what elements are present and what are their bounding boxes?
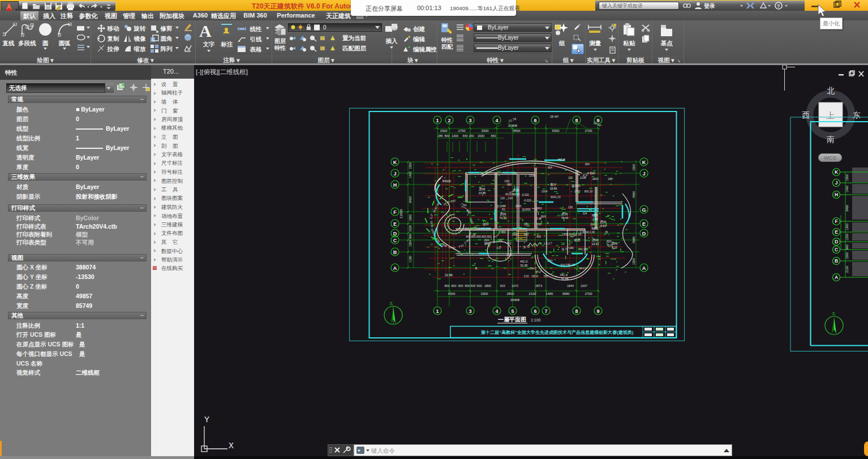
- svg-text:800,800,900,800,900: 800,800,900,800,900: [465, 228, 491, 230]
- svg-text:房间: 房间: [592, 238, 599, 242]
- svg-text:9.63: 9.63: [600, 224, 606, 228]
- svg-text:D: D: [835, 239, 838, 244]
- svg-text:1500: 1500: [845, 174, 849, 181]
- svg-text:640: 640: [462, 134, 467, 138]
- svg-text:854: 854: [585, 163, 590, 166]
- svg-text:C: C: [835, 247, 838, 252]
- svg-text:2800: 2800: [515, 205, 522, 208]
- svg-text:B: B: [475, 267, 478, 270]
- svg-text:-4.500: -4.500: [586, 171, 595, 175]
- svg-text:H: H: [393, 182, 397, 188]
- svg-text:房间: 房间: [500, 212, 506, 216]
- svg-text:1500: 1500: [440, 129, 448, 132]
- svg-text:5: 5: [511, 308, 514, 314]
- svg-text:Y: Y: [204, 415, 209, 425]
- svg-text:51.65: 51.65: [521, 264, 528, 267]
- svg-text:280: 280: [569, 247, 574, 250]
- svg-text:13500: 13500: [399, 209, 403, 218]
- svg-text:120: 120: [508, 197, 513, 200]
- svg-text:3460: 3460: [845, 205, 849, 212]
- svg-text:13.45: 13.45: [430, 221, 433, 228]
- svg-text:1950: 1950: [409, 215, 412, 221]
- svg-text:3400: 3400: [409, 196, 412, 203]
- svg-text:4: 4: [495, 308, 498, 314]
- svg-text:854: 854: [548, 166, 552, 169]
- svg-text:150: 150: [469, 134, 474, 138]
- svg-text:900: 900: [458, 284, 463, 288]
- svg-text:11.2°: 11.2°: [429, 213, 433, 220]
- svg-text:18.80: 18.80: [550, 187, 557, 190]
- svg-text:E: E: [642, 221, 646, 227]
- svg-text:灯1800: 灯1800: [497, 205, 506, 208]
- svg-text:900: 900: [845, 244, 849, 250]
- svg-text:HC-6: HC-6: [558, 158, 565, 161]
- svg-text:2: 2: [448, 118, 450, 123]
- svg-text:8: 8: [575, 118, 578, 123]
- svg-text:980: 980: [507, 183, 512, 186]
- svg-text:队梯: 队梯: [536, 217, 542, 220]
- svg-text:A: A: [547, 222, 549, 225]
- svg-text:J: J: [642, 171, 645, 177]
- svg-text:3: 3: [469, 118, 471, 123]
- svg-text:北: 北: [389, 301, 393, 306]
- svg-text:7: 7: [544, 308, 547, 314]
- svg-text:1300: 1300: [845, 224, 849, 230]
- svg-text:登录: 登录: [703, 3, 715, 9]
- svg-text:1480: 1480: [546, 292, 553, 295]
- svg-text:1554: 1554: [409, 240, 412, 247]
- svg-text:800: 800: [465, 284, 470, 288]
- svg-text:北: 北: [832, 311, 835, 316]
- svg-text:1072: 1072: [512, 284, 518, 288]
- svg-text:13S: 13S: [568, 206, 573, 209]
- svg-text:2800: 2800: [536, 207, 542, 210]
- svg-text:K: K: [642, 160, 646, 165]
- svg-text:1400: 1400: [845, 186, 849, 192]
- svg-text:900,800,900,800,900: 900,800,900,800,900: [466, 235, 492, 238]
- svg-text:房间: 房间: [600, 220, 607, 224]
- svg-text:A: A: [393, 265, 397, 271]
- svg-text:Hʦ-2: Hʦ-2: [530, 267, 536, 270]
- svg-text:11.78: 11.78: [508, 117, 517, 123]
- svg-text:22.85: 22.85: [445, 273, 453, 277]
- svg-text:厨房: 厨房: [574, 238, 581, 242]
- svg-text:1844: 1844: [567, 284, 574, 288]
- svg-text:淒,72: 淒,72: [561, 248, 568, 251]
- svg-text:C: C: [393, 238, 397, 243]
- svg-text:12.04°: 12.04°: [593, 121, 603, 127]
- svg-text:20408: 20408: [510, 298, 519, 302]
- svg-text:1190: 1190: [409, 256, 412, 263]
- svg-text:120: 120: [500, 197, 505, 200]
- svg-text:4900: 4900: [513, 129, 521, 132]
- svg-text:F: F: [393, 209, 397, 215]
- svg-text:1200: 1200: [845, 234, 849, 241]
- svg-text:45.8°: 45.8°: [495, 238, 501, 243]
- svg-text:面积7C: 面积7C: [560, 263, 569, 267]
- svg-text:1500: 1500: [409, 162, 412, 169]
- svg-text:180: 180: [608, 178, 612, 181]
- svg-text:-0.020: -0.020: [523, 199, 531, 202]
- svg-text:面积: 面积: [547, 259, 553, 262]
- svg-text:45.8°: 45.8°: [568, 240, 574, 246]
- svg-text:D: D: [393, 231, 397, 237]
- svg-text:第十二届“高教杯”全国大学生先进成图技术与产品信息建模创新大: 第十二届“高教杯”全国大学生先进成图技术与产品信息建模创新大赛(建筑类): [480, 329, 634, 335]
- svg-text:45.8°: 45.8°: [530, 254, 537, 259]
- svg-text:1200: 1200: [580, 177, 586, 179]
- svg-text:厨房: 厨房: [506, 253, 512, 256]
- svg-text:45.8°: 45.8°: [605, 242, 611, 249]
- svg-text:286: 286: [437, 134, 442, 138]
- svg-text:8001,20: 8001,20: [551, 196, 561, 199]
- svg-text:6: 6: [534, 118, 536, 123]
- svg-text:2800: 2800: [507, 292, 514, 295]
- svg-text:北: 北: [827, 86, 835, 95]
- svg-text:800: 800: [444, 284, 449, 288]
- svg-text:3300: 3300: [481, 292, 488, 295]
- svg-text:45.8°: 45.8°: [585, 246, 592, 251]
- svg-text:13.4: 13.4: [458, 244, 464, 248]
- svg-text:D: D: [642, 231, 646, 237]
- svg-text:19.43: 19.43: [513, 192, 520, 196]
- svg-text:J: J: [393, 171, 396, 177]
- svg-text:900: 900: [409, 234, 412, 239]
- svg-text:9.63: 9.63: [591, 227, 597, 230]
- svg-text:房间: 房间: [513, 188, 519, 192]
- svg-text:9: 9: [596, 308, 599, 314]
